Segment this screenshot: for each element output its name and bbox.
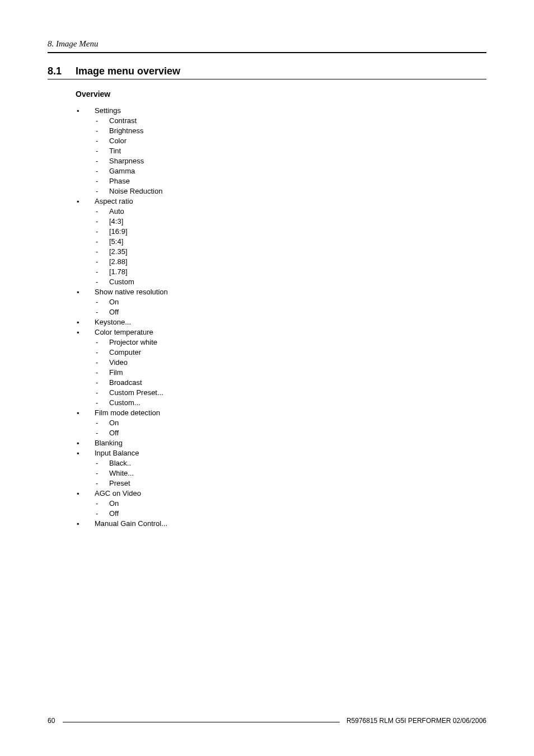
bullet-icon: •: [76, 450, 95, 457]
list-item: •Manual Gain Control...: [76, 519, 486, 528]
bullet-icon: •: [76, 319, 95, 326]
sub-list-item-label: On: [109, 499, 119, 508]
dash-icon: -: [95, 429, 109, 437]
bullet-icon: •: [76, 440, 95, 447]
bullet-icon: •: [76, 520, 95, 528]
sub-list-item: -Tint: [95, 147, 486, 155]
dash-icon: -: [95, 247, 109, 256]
section-title: Image menu overview: [76, 65, 180, 77]
sub-list-item: -Noise Reduction: [95, 187, 486, 195]
sub-list-item-label: White...: [109, 469, 134, 477]
sub-list-item: -[1.78]: [95, 267, 486, 276]
dash-icon: -: [95, 278, 109, 286]
sub-list-item-label: Custom Preset...: [109, 388, 163, 397]
list-item: •AGC on Video-On-Off: [76, 489, 486, 518]
sub-list-item-label: [5:4]: [109, 237, 123, 246]
list-item-label: AGC on Video: [95, 489, 141, 497]
sub-list-item: -Sharpness: [95, 157, 486, 165]
sub-list-item-label: Noise Reduction: [109, 187, 162, 195]
dash-icon: -: [95, 237, 109, 246]
dash-icon: -: [95, 459, 109, 467]
overview-label: Overview: [76, 90, 486, 98]
sub-list-item-label: Brightness: [109, 126, 143, 135]
sub-list-item-label: Custom: [109, 278, 134, 286]
sub-list-item: -Preset: [95, 479, 486, 487]
sub-list-item: -[2.88]: [95, 257, 486, 266]
sub-list-item-label: Video: [109, 358, 128, 367]
sub-list-item: -Auto: [95, 207, 486, 215]
footer-rule: [63, 722, 340, 722]
bullet-icon: •: [76, 198, 95, 205]
list-item: •Aspect ratio-Auto-[4:3]-[16:9]-[5:4]-[2…: [76, 197, 486, 286]
sub-list-item-label: Gamma: [109, 167, 135, 175]
bullet-icon: •: [76, 329, 95, 336]
footer-page-number: 60: [48, 717, 60, 725]
sub-list-item: -[16:9]: [95, 227, 486, 236]
chapter-header: 8. Image Menu: [48, 39, 486, 49]
sub-list: -Contrast-Brightness-Color-Tint-Sharpnes…: [95, 116, 486, 195]
dash-icon: -: [95, 298, 109, 306]
dash-icon: -: [95, 388, 109, 397]
dash-icon: -: [95, 177, 109, 185]
dash-icon: -: [95, 378, 109, 387]
sub-list-item: -Custom...: [95, 398, 486, 407]
list-item-label: Color temperature: [95, 328, 153, 336]
dash-icon: -: [95, 267, 109, 276]
sub-list: -On-Off: [95, 419, 486, 437]
dash-icon: -: [95, 227, 109, 236]
list-item-label: Manual Gain Control...: [95, 519, 167, 528]
sub-list-item: -[2.35]: [95, 247, 486, 256]
dash-icon: -: [95, 419, 109, 427]
list-item: •Input Balance-Black..-White...-Preset: [76, 449, 486, 487]
sub-list-item-label: Projector white: [109, 338, 157, 346]
dash-icon: -: [95, 167, 109, 175]
dash-icon: -: [95, 257, 109, 266]
dash-icon: -: [95, 157, 109, 165]
sub-list-item-label: [1.78]: [109, 267, 128, 276]
dash-icon: -: [95, 479, 109, 487]
list-item: •Color temperature-Projector white-Compu…: [76, 328, 486, 407]
page-footer: 60 R5976815 RLM G5I PERFORMER 02/06/2006: [48, 717, 486, 725]
dash-icon: -: [95, 338, 109, 346]
dash-icon: -: [95, 398, 109, 407]
dash-icon: -: [95, 217, 109, 226]
sub-list-item-label: [16:9]: [109, 227, 128, 236]
sub-list-item: -On: [95, 419, 486, 427]
sub-list-item-label: [2.88]: [109, 257, 128, 266]
dash-icon: -: [95, 358, 109, 367]
bullet-icon: •: [76, 289, 95, 296]
sub-list: -On-Off: [95, 499, 486, 518]
section-number: 8.1: [48, 65, 76, 77]
dash-icon: -: [95, 116, 109, 125]
sub-list-item: -Off: [95, 429, 486, 437]
sub-list-item-label: Film: [109, 368, 123, 377]
sub-list-item: -Gamma: [95, 167, 486, 175]
sub-list-item-label: [4:3]: [109, 217, 123, 226]
dash-icon: -: [95, 348, 109, 356]
dash-icon: -: [95, 187, 109, 195]
bullet-icon: •: [76, 490, 95, 497]
section-heading: 8.1 Image menu overview: [48, 65, 486, 77]
dash-icon: -: [95, 147, 109, 155]
sub-list-item-label: Broadcast: [109, 378, 142, 387]
sub-list-item-label: Off: [109, 429, 119, 437]
sub-list-item: -Computer: [95, 348, 486, 356]
sub-list-item: -Black..: [95, 459, 486, 467]
list-item-label: Show native resolution: [95, 288, 168, 296]
list-item: •Film mode detection-On-Off: [76, 408, 486, 437]
sub-list-item: -Broadcast: [95, 378, 486, 387]
list-item-label: Input Balance: [95, 449, 139, 457]
sub-list-item-label: On: [109, 298, 119, 306]
sub-list-item: -[5:4]: [95, 237, 486, 246]
chapter-rule: [48, 52, 486, 53]
dash-icon: -: [95, 308, 109, 316]
sub-list-item: -Color: [95, 137, 486, 145]
sub-list-item: -Brightness: [95, 126, 486, 135]
list-item: •Show native resolution-On-Off: [76, 288, 486, 316]
sub-list-item-label: Off: [109, 308, 119, 316]
sub-list-item: -On: [95, 499, 486, 508]
list-item-label: Film mode detection: [95, 408, 160, 417]
list-item-label: Aspect ratio: [95, 197, 133, 205]
overview-list: •Settings-Contrast-Brightness-Color-Tint…: [76, 106, 486, 528]
bullet-icon: •: [76, 410, 95, 417]
